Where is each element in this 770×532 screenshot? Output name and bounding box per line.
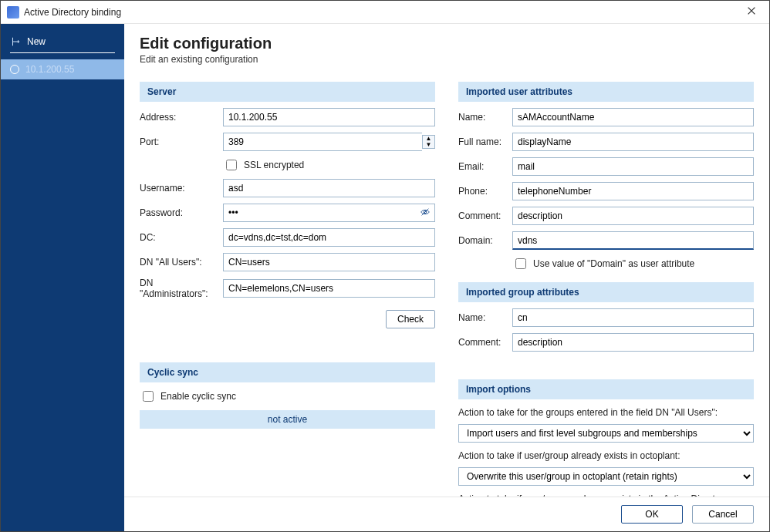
sidebar-new-label: New <box>27 36 46 47</box>
row-attr-name: Name: <box>458 108 754 126</box>
sidebar: New 10.1.200.55 <box>1 24 124 531</box>
group-attrs-header: Imported group attributes <box>458 282 754 302</box>
plus-branch-icon <box>10 36 21 47</box>
attr-fullname-input[interactable] <box>512 133 754 151</box>
attr-domain-input[interactable] <box>512 231 754 250</box>
sidebar-divider <box>10 52 115 53</box>
gattr-name-label: Name: <box>458 312 506 323</box>
window-title: Active Directory binding <box>24 7 121 18</box>
import-q1-select[interactable]: Import users and first level subgroups a… <box>458 424 754 443</box>
row-password: Password: <box>140 204 435 222</box>
address-label: Address: <box>140 112 217 123</box>
port-label: Port: <box>140 136 217 147</box>
dc-label: DC: <box>140 232 217 243</box>
row-attr-phone: Phone: <box>458 182 754 200</box>
attr-comment-input[interactable] <box>512 207 754 225</box>
sidebar-new-button[interactable]: New <box>1 29 124 59</box>
port-input[interactable] <box>223 133 422 151</box>
radio-icon <box>10 65 19 74</box>
page-subtitle: Edit an existing configuration <box>140 54 754 65</box>
dialog-window: Active Directory binding New 10.1.200.55… <box>0 0 770 532</box>
import-q2: Action to take if user/group already exi… <box>458 450 754 461</box>
row-attr-email: Email: <box>458 157 754 176</box>
server-header: Server <box>140 82 435 102</box>
attr-domain-label: Domain: <box>458 235 506 246</box>
use-domain-checkbox[interactable] <box>515 258 526 269</box>
titlebar: Active Directory binding <box>1 1 769 24</box>
dialog-body: New 10.1.200.55 Edit configuration Edit … <box>1 24 769 531</box>
attr-email-input[interactable] <box>512 157 754 176</box>
password-label: Password: <box>140 207 217 218</box>
check-button[interactable]: Check <box>386 310 435 328</box>
port-spin-down[interactable]: ▼ <box>423 142 434 148</box>
check-row: Check <box>140 310 435 328</box>
cyclic-enable-row: Enable cyclic sync <box>140 389 435 404</box>
cyclic-header: Cyclic sync <box>140 362 435 382</box>
dc-input[interactable] <box>223 228 435 247</box>
attr-phone-label: Phone: <box>458 186 506 197</box>
ok-button[interactable]: OK <box>621 505 683 524</box>
row-gattr-name: Name: <box>458 308 754 327</box>
cancel-button[interactable]: Cancel <box>692 505 754 524</box>
row-gattr-comment: Comment: <box>458 333 754 352</box>
attr-name-label: Name: <box>458 112 506 123</box>
attr-name-input[interactable] <box>512 108 754 126</box>
sidebar-item-label: 10.1.200.55 <box>25 64 74 75</box>
close-icon <box>746 5 757 16</box>
address-input[interactable] <box>223 108 435 126</box>
username-input[interactable] <box>223 179 435 197</box>
row-attr-domain: Domain: <box>458 231 754 250</box>
right-column: Imported user attributes Name: Full name… <box>458 77 754 497</box>
cyclic-enable-checkbox[interactable] <box>143 391 154 402</box>
ssl-checkbox[interactable] <box>226 160 237 170</box>
dn-admin-label: DN "Administrators": <box>140 278 217 299</box>
page-title: Edit configuration <box>140 35 754 52</box>
row-dn-all: DN "All Users": <box>140 253 435 271</box>
dialog-footer: OK Cancel <box>124 497 769 531</box>
use-domain-label: Use value of "Domain" as user attribute <box>533 258 694 269</box>
sidebar-item-config[interactable]: 10.1.200.55 <box>1 59 124 79</box>
use-domain-row: Use value of "Domain" as user attribute <box>512 256 694 271</box>
ssl-label: SSL encrypted <box>244 160 304 170</box>
row-attr-comment: Comment: <box>458 207 754 225</box>
ssl-checkbox-row: SSL encrypted <box>223 157 304 173</box>
import-q2-select[interactable]: Overwrite this user/group in octoplant (… <box>458 467 754 486</box>
gattr-comment-input[interactable] <box>512 333 754 352</box>
row-dc: DC: <box>140 228 435 247</box>
attr-fullname-label: Full name: <box>458 136 506 147</box>
row-port: Port: ▲ ▼ <box>140 133 435 151</box>
dn-all-label: DN "All Users": <box>140 257 217 268</box>
dn-admin-input[interactable] <box>223 279 435 298</box>
import-q1: Action to take for the groups entered in… <box>458 407 754 418</box>
user-attrs-header: Imported user attributes <box>458 82 754 102</box>
content: Edit configuration Edit an existing conf… <box>124 24 769 497</box>
port-spinner: ▲ ▼ <box>223 133 435 151</box>
gattr-name-input[interactable] <box>512 308 754 327</box>
cyclic-status: not active <box>140 410 435 429</box>
app-icon <box>7 6 19 19</box>
left-column: Server Address: Port: ▲ ▼ <box>140 77 435 497</box>
password-input[interactable] <box>223 204 435 222</box>
main-area: Edit configuration Edit an existing conf… <box>124 24 769 531</box>
gattr-comment-label: Comment: <box>458 337 506 348</box>
eye-slash-icon <box>420 207 431 217</box>
attr-phone-input[interactable] <box>512 182 754 200</box>
row-address: Address: <box>140 108 435 126</box>
dn-all-input[interactable] <box>223 253 435 271</box>
row-dn-admin: DN "Administrators": <box>140 278 435 299</box>
cyclic-enable-label: Enable cyclic sync <box>160 391 236 402</box>
close-button[interactable] <box>740 2 763 22</box>
row-ssl: SSL encrypted <box>140 157 435 173</box>
row-username: Username: <box>140 179 435 197</box>
port-spin-buttons: ▲ ▼ <box>422 135 435 149</box>
row-use-domain: Use value of "Domain" as user attribute <box>458 256 754 271</box>
columns: Server Address: Port: ▲ ▼ <box>140 77 754 497</box>
attr-comment-label: Comment: <box>458 210 506 221</box>
row-attr-fullname: Full name: <box>458 133 754 151</box>
import-header: Import options <box>458 379 754 399</box>
show-password-toggle[interactable] <box>420 207 431 220</box>
attr-email-label: Email: <box>458 161 506 172</box>
titlebar-left: Active Directory binding <box>7 6 121 19</box>
username-label: Username: <box>140 183 217 194</box>
